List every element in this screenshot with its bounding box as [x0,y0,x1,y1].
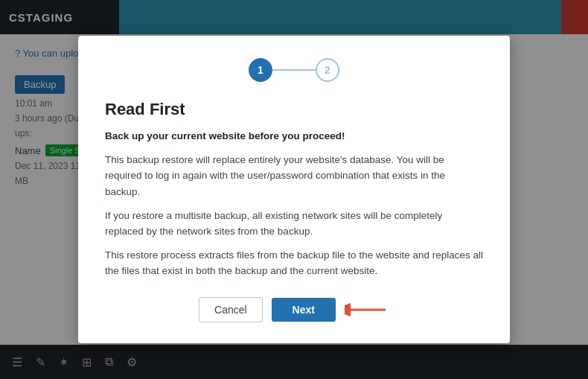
modal-title: Read First [105,100,483,119]
step-connector [272,69,316,71]
modal-paragraph-3: If you restore a multisite backup, all e… [105,208,483,240]
modal-paragraph-4: This restore process extracts files from… [105,247,483,279]
stepper: 1 2 [105,58,483,82]
modal-overlay: 1 2 Read First Back up your current webs… [0,0,588,379]
modal-paragraph-1: Back up your current website before you … [105,128,483,144]
arrow-indicator [345,299,389,320]
step-2: 2 [316,58,339,82]
step-1: 1 [249,58,272,82]
modal-body: Back up your current website before you … [105,128,483,279]
arrow-icon [345,299,389,320]
next-button[interactable]: Next [272,298,336,322]
modal-footer: Cancel Next [105,297,483,322]
modal-paragraph-2: This backup restore will replace entirel… [105,152,483,200]
cancel-button[interactable]: Cancel [199,297,263,322]
modal-dialog: 1 2 Read First Back up your current webs… [78,36,510,343]
